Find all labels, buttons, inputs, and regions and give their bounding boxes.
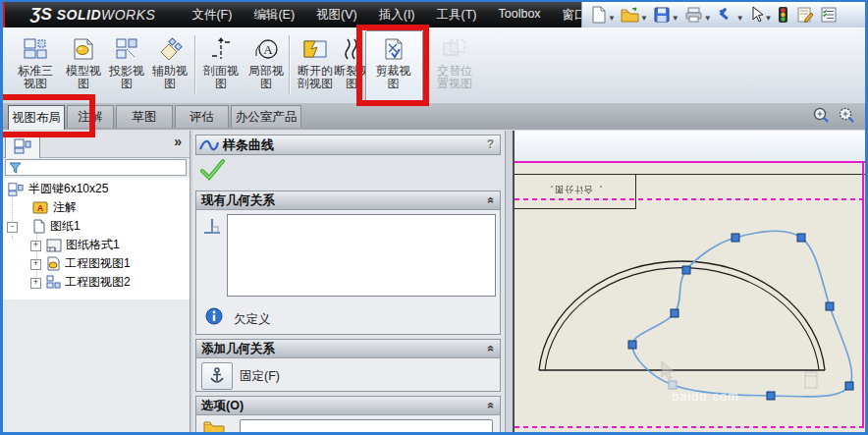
command-manager-ribbon: 标准三视图 模型视图 投影视图 辅助视图 剖面视图 A 局部视图 断开的剖视图	[3, 27, 865, 104]
section-view-icon	[210, 33, 232, 65]
spline-control-point[interactable]	[628, 341, 636, 349]
tree-expander-plus[interactable]: +	[30, 278, 41, 289]
collapse-chevron-icon[interactable]: »	[484, 197, 498, 204]
drawing-tree-icon	[13, 137, 32, 155]
ribbon-detail-view-button[interactable]: A 局部视图	[244, 33, 288, 98]
break-view-icon	[340, 33, 363, 65]
drawing-view2-icon	[46, 275, 61, 290]
menu-tools[interactable]: 工具(T)	[426, 3, 488, 27]
menu-view[interactable]: 视图(V)	[305, 3, 368, 27]
tree-expander-minus[interactable]: -	[7, 222, 18, 233]
detail-view-icon: A	[252, 33, 280, 65]
tree-item-drawing-view1[interactable]: 工程图视图1	[46, 254, 131, 273]
anchor-icon	[207, 366, 227, 386]
ribbon-section-view-button[interactable]: 剖面视图	[199, 33, 243, 98]
fix-relation-label: 固定(F)	[240, 368, 280, 385]
fix-relation-button[interactable]	[201, 362, 233, 390]
add-relations-group: 添加几何关系 » 固定(F)	[195, 339, 501, 392]
tab-view-layout[interactable]: 视图布局	[8, 105, 65, 130]
undo-button[interactable]: ▼	[717, 6, 747, 24]
tab-sketch[interactable]: 草图	[116, 105, 173, 128]
menu-file[interactable]: 文件(F)	[181, 3, 243, 27]
zoom-to-area-icon[interactable]	[838, 106, 856, 125]
help-icon[interactable]: ?	[487, 137, 494, 151]
ribbon-separator	[289, 35, 291, 94]
svg-text:A: A	[263, 42, 273, 57]
save-button[interactable]: ▼	[653, 6, 682, 24]
ribbon-crop-view-button[interactable]: 剪裁视图	[366, 33, 420, 98]
ok-button[interactable]	[198, 157, 226, 183]
tree-expander-plus[interactable]: +	[30, 259, 41, 270]
drawing-document-icon	[7, 182, 25, 197]
annotations-folder-icon: A	[32, 200, 49, 215]
filter-funnel-icon	[9, 162, 22, 174]
new-document-button[interactable]: ▼	[590, 6, 619, 24]
dropdown-caret-icon[interactable]: ▼	[765, 14, 773, 23]
tree-item-annotations[interactable]: A 注解	[32, 198, 77, 217]
zoom-to-fit-icon[interactable]	[812, 106, 831, 125]
tab-evaluate[interactable]: 评估	[175, 105, 229, 128]
property-manager-header: 样条曲线 ?	[195, 135, 501, 155]
menu-insert[interactable]: 插入(I)	[368, 3, 426, 27]
model-view-icon	[71, 33, 96, 65]
tab-office-products[interactable]: 办公室产品	[231, 105, 301, 128]
drawing-view1-icon	[46, 256, 61, 271]
select-cursor-button[interactable]: ▼	[749, 6, 776, 24]
view-heads-up-toolbar	[805, 106, 868, 125]
ribbon-projected-view-button[interactable]: 投影视图	[105, 33, 148, 98]
tree-item-sheet-format1[interactable]: 图纸格式1	[46, 236, 120, 254]
sheet-properties-button[interactable]	[796, 6, 814, 24]
watermark-text: baidu.com	[672, 389, 858, 404]
solidworks-logo: ƷS SOLIDWORKS	[30, 5, 155, 25]
drawing-view-canvas[interactable]	[515, 131, 865, 432]
menu-toolbox[interactable]: Toolbox	[488, 3, 552, 27]
dropdown-caret-icon[interactable]: ▼	[640, 14, 648, 23]
spline-control-point[interactable]	[732, 234, 739, 242]
dropdown-caret-icon[interactable]: ▼	[704, 14, 712, 23]
auxiliary-view-icon	[157, 33, 183, 65]
spline-control-point[interactable]	[797, 234, 805, 242]
ribbon-standard-3view-button[interactable]: 标准三视图	[11, 33, 60, 98]
info-icon	[205, 307, 223, 325]
open-button[interactable]: ▼	[621, 6, 651, 24]
page-glyph-faint-icon	[805, 372, 817, 388]
spline-control-point[interactable]	[671, 309, 678, 317]
relations-listbox[interactable]	[227, 214, 496, 297]
graphics-area[interactable]: 。合计分图。	[513, 131, 865, 432]
collapse-chevron-icon[interactable]: »	[484, 346, 498, 353]
spline-control-point[interactable]	[669, 381, 677, 389]
dropdown-caret-icon[interactable]: ▼	[608, 14, 616, 23]
ribbon-model-view-button[interactable]: 模型视图	[62, 33, 105, 98]
ribbon-alternate-position-button: 交替位置视图	[427, 33, 482, 98]
pane-tab-strip: »	[3, 131, 190, 158]
print-button[interactable]: ▼	[684, 6, 715, 24]
menu-edit[interactable]: 编辑(E)	[243, 3, 305, 27]
tree-expander-plus[interactable]: +	[30, 241, 41, 251]
solidworks-logo-mark: ƷS	[30, 5, 52, 25]
ribbon-auxiliary-view-button[interactable]: 辅助视图	[148, 33, 191, 98]
tab-groove	[3, 129, 865, 131]
pane-expand-chevron[interactable]: »	[174, 134, 182, 149]
feature-tree-tab[interactable]	[5, 133, 40, 158]
standard-3view-icon	[22, 33, 49, 65]
perpendicular-relation-icon	[202, 217, 222, 239]
feature-manager-pane: » 半圆键6x10x25 A 注解 - 图纸1	[3, 131, 190, 432]
tree-filter-field[interactable]	[5, 159, 187, 176]
crop-view-icon	[381, 33, 407, 65]
dropdown-caret-icon[interactable]: ▼	[672, 14, 679, 23]
options-header[interactable]: 选项(O) »	[196, 397, 500, 415]
existing-relations-header[interactable]: 现有几何关系 »	[196, 191, 500, 210]
dropdown-caret-icon[interactable]: ▼	[736, 14, 744, 23]
tree-item-sheet1[interactable]: 图纸1	[32, 217, 81, 236]
property-manager-title: 样条曲线	[223, 136, 274, 154]
spline-control-point[interactable]	[826, 302, 834, 310]
spline-control-point[interactable]	[682, 266, 690, 274]
add-relations-header[interactable]: 添加几何关系 »	[196, 340, 500, 358]
rebuild-traffic-light-button[interactable]	[778, 6, 788, 24]
tree-item-drawing-view2[interactable]: 工程图视图2	[46, 273, 131, 292]
options-button[interactable]	[820, 6, 838, 24]
collapse-chevron-icon[interactable]: »	[484, 403, 498, 409]
tab-annotation[interactable]: 注解	[67, 105, 114, 128]
sketch-cursor-icon	[662, 361, 674, 380]
tree-item-root[interactable]: 半圆键6x10x25	[7, 180, 108, 198]
